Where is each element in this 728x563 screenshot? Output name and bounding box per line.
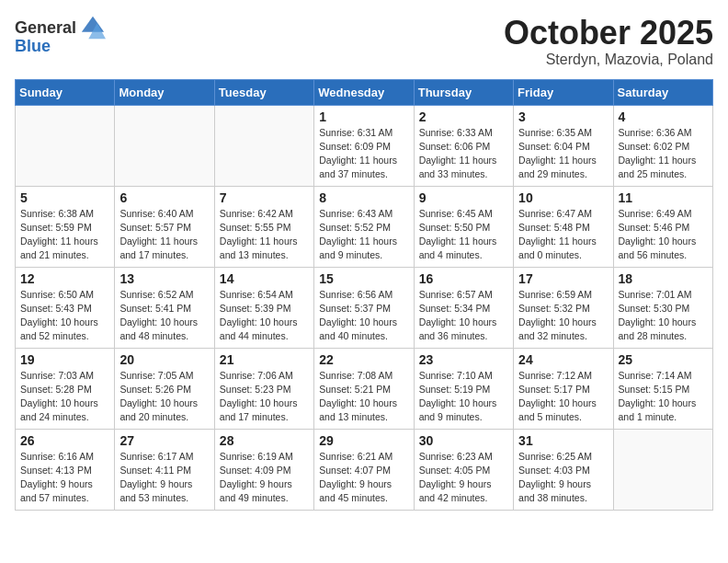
- page-header: General Blue October 2025 Sterdyn, Mazov…: [15, 15, 713, 68]
- calendar-day-cell: 19Sunrise: 7:03 AM Sunset: 5:28 PM Dayli…: [16, 348, 115, 429]
- day-info: Sunrise: 6:49 AM Sunset: 5:46 PM Dayligh…: [619, 207, 708, 263]
- day-info: Sunrise: 6:31 AM Sunset: 6:09 PM Dayligh…: [319, 126, 408, 182]
- day-info: Sunrise: 6:36 AM Sunset: 6:02 PM Dayligh…: [619, 126, 708, 182]
- day-number: 29: [319, 433, 408, 448]
- day-number: 26: [20, 433, 109, 448]
- subtitle: Sterdyn, Mazovia, Poland: [504, 52, 713, 68]
- day-info: Sunrise: 6:19 AM Sunset: 4:09 PM Dayligh…: [220, 450, 309, 506]
- calendar-day-cell: 2Sunrise: 6:33 AM Sunset: 6:06 PM Daylig…: [414, 105, 513, 186]
- logo: General Blue: [15, 15, 106, 56]
- day-info: Sunrise: 7:08 AM Sunset: 5:21 PM Dayligh…: [319, 369, 408, 425]
- day-info: Sunrise: 6:33 AM Sunset: 6:06 PM Dayligh…: [419, 126, 508, 182]
- calendar-day-cell: 29Sunrise: 6:21 AM Sunset: 4:07 PM Dayli…: [314, 429, 414, 510]
- calendar-day-cell: 5Sunrise: 6:38 AM Sunset: 5:59 PM Daylig…: [16, 186, 115, 267]
- day-number: 7: [220, 190, 309, 205]
- day-info: Sunrise: 6:25 AM Sunset: 4:03 PM Dayligh…: [518, 450, 608, 506]
- day-number: 14: [220, 271, 309, 286]
- day-info: Sunrise: 6:45 AM Sunset: 5:50 PM Dayligh…: [419, 207, 508, 263]
- calendar-day-header: Saturday: [613, 79, 712, 105]
- day-number: 17: [518, 271, 608, 286]
- calendar-day-cell: 15Sunrise: 6:56 AM Sunset: 5:37 PM Dayli…: [314, 267, 414, 348]
- day-info: Sunrise: 6:52 AM Sunset: 5:41 PM Dayligh…: [119, 288, 209, 344]
- calendar-day-cell: 24Sunrise: 7:12 AM Sunset: 5:17 PM Dayli…: [514, 348, 613, 429]
- day-number: 23: [419, 352, 508, 367]
- calendar-day-header: Wednesday: [314, 79, 414, 105]
- calendar-day-cell: 22Sunrise: 7:08 AM Sunset: 5:21 PM Dayli…: [314, 348, 414, 429]
- calendar-day-header: Sunday: [16, 79, 115, 105]
- calendar-week-row: 12Sunrise: 6:50 AM Sunset: 5:43 PM Dayli…: [16, 267, 713, 348]
- day-number: 24: [518, 352, 608, 367]
- day-number: 13: [119, 271, 209, 286]
- calendar-day-header: Monday: [115, 79, 214, 105]
- day-info: Sunrise: 6:57 AM Sunset: 5:34 PM Dayligh…: [419, 288, 508, 344]
- day-number: 21: [220, 352, 309, 367]
- calendar-day-header: Friday: [514, 79, 613, 105]
- calendar-day-cell: 10Sunrise: 6:47 AM Sunset: 5:48 PM Dayli…: [514, 186, 613, 267]
- logo-text-general: General: [15, 18, 76, 38]
- day-number: 1: [319, 109, 408, 124]
- day-info: Sunrise: 7:12 AM Sunset: 5:17 PM Dayligh…: [518, 369, 608, 425]
- day-number: 6: [119, 190, 209, 205]
- day-number: 15: [319, 271, 408, 286]
- calendar-day-cell: 18Sunrise: 7:01 AM Sunset: 5:30 PM Dayli…: [613, 267, 712, 348]
- day-info: Sunrise: 7:06 AM Sunset: 5:23 PM Dayligh…: [220, 369, 309, 425]
- logo-text-blue: Blue: [15, 37, 51, 56]
- calendar-day-cell: 14Sunrise: 6:54 AM Sunset: 5:39 PM Dayli…: [214, 267, 313, 348]
- day-info: Sunrise: 6:16 AM Sunset: 4:13 PM Dayligh…: [20, 450, 109, 506]
- day-info: Sunrise: 6:47 AM Sunset: 5:48 PM Dayligh…: [518, 207, 608, 263]
- svg-marker-0: [82, 17, 104, 32]
- day-info: Sunrise: 7:03 AM Sunset: 5:28 PM Dayligh…: [20, 369, 109, 425]
- day-info: Sunrise: 6:23 AM Sunset: 4:05 PM Dayligh…: [419, 450, 508, 506]
- calendar-day-cell: 23Sunrise: 7:10 AM Sunset: 5:19 PM Dayli…: [414, 348, 513, 429]
- day-number: 18: [619, 271, 708, 286]
- calendar-day-header: Tuesday: [214, 79, 313, 105]
- day-info: Sunrise: 6:17 AM Sunset: 4:11 PM Dayligh…: [119, 450, 209, 506]
- calendar-day-cell: 26Sunrise: 6:16 AM Sunset: 4:13 PM Dayli…: [16, 429, 115, 510]
- day-info: Sunrise: 6:56 AM Sunset: 5:37 PM Dayligh…: [319, 288, 408, 344]
- day-number: 19: [20, 352, 109, 367]
- day-number: 20: [119, 352, 209, 367]
- calendar-day-cell: 1Sunrise: 6:31 AM Sunset: 6:09 PM Daylig…: [314, 105, 414, 186]
- day-number: 9: [419, 190, 508, 205]
- calendar-day-cell: 30Sunrise: 6:23 AM Sunset: 4:05 PM Dayli…: [414, 429, 513, 510]
- calendar-day-cell: 11Sunrise: 6:49 AM Sunset: 5:46 PM Dayli…: [613, 186, 712, 267]
- calendar-day-cell: 31Sunrise: 6:25 AM Sunset: 4:03 PM Dayli…: [514, 429, 613, 510]
- day-number: 31: [518, 433, 608, 448]
- day-number: 5: [20, 190, 109, 205]
- calendar-day-cell: [613, 429, 712, 510]
- calendar-day-cell: 12Sunrise: 6:50 AM Sunset: 5:43 PM Dayli…: [16, 267, 115, 348]
- day-info: Sunrise: 6:42 AM Sunset: 5:55 PM Dayligh…: [220, 207, 309, 263]
- day-info: Sunrise: 7:14 AM Sunset: 5:15 PM Dayligh…: [619, 369, 708, 425]
- day-number: 10: [518, 190, 608, 205]
- calendar-day-cell: [16, 105, 115, 186]
- day-number: 22: [319, 352, 408, 367]
- calendar-day-cell: 3Sunrise: 6:35 AM Sunset: 6:04 PM Daylig…: [514, 105, 613, 186]
- day-info: Sunrise: 6:54 AM Sunset: 5:39 PM Dayligh…: [220, 288, 309, 344]
- day-number: 30: [419, 433, 508, 448]
- calendar-day-cell: 6Sunrise: 6:40 AM Sunset: 5:57 PM Daylig…: [115, 186, 214, 267]
- calendar-day-cell: 17Sunrise: 6:59 AM Sunset: 5:32 PM Dayli…: [514, 267, 613, 348]
- calendar-day-cell: 9Sunrise: 6:45 AM Sunset: 5:50 PM Daylig…: [414, 186, 513, 267]
- calendar-day-cell: 7Sunrise: 6:42 AM Sunset: 5:55 PM Daylig…: [214, 186, 313, 267]
- title-block: October 2025 Sterdyn, Mazovia, Poland: [504, 15, 713, 68]
- calendar-day-cell: 21Sunrise: 7:06 AM Sunset: 5:23 PM Dayli…: [214, 348, 313, 429]
- calendar-day-cell: [115, 105, 214, 186]
- calendar-day-cell: 8Sunrise: 6:43 AM Sunset: 5:52 PM Daylig…: [314, 186, 414, 267]
- day-info: Sunrise: 6:43 AM Sunset: 5:52 PM Dayligh…: [319, 207, 408, 263]
- day-number: 27: [119, 433, 209, 448]
- day-info: Sunrise: 6:21 AM Sunset: 4:07 PM Dayligh…: [319, 450, 408, 506]
- logo-icon: [80, 15, 106, 40]
- calendar-header-row: SundayMondayTuesdayWednesdayThursdayFrid…: [16, 79, 713, 105]
- day-number: 4: [619, 109, 708, 124]
- day-number: 11: [619, 190, 708, 205]
- calendar-day-header: Thursday: [414, 79, 513, 105]
- day-info: Sunrise: 7:10 AM Sunset: 5:19 PM Dayligh…: [419, 369, 508, 425]
- day-number: 3: [518, 109, 608, 124]
- calendar-week-row: 19Sunrise: 7:03 AM Sunset: 5:28 PM Dayli…: [16, 348, 713, 429]
- calendar-week-row: 26Sunrise: 6:16 AM Sunset: 4:13 PM Dayli…: [16, 429, 713, 510]
- calendar-day-cell: 25Sunrise: 7:14 AM Sunset: 5:15 PM Dayli…: [613, 348, 712, 429]
- day-info: Sunrise: 6:40 AM Sunset: 5:57 PM Dayligh…: [119, 207, 209, 263]
- day-number: 28: [220, 433, 309, 448]
- calendar-week-row: 1Sunrise: 6:31 AM Sunset: 6:09 PM Daylig…: [16, 105, 713, 186]
- day-info: Sunrise: 6:38 AM Sunset: 5:59 PM Dayligh…: [20, 207, 109, 263]
